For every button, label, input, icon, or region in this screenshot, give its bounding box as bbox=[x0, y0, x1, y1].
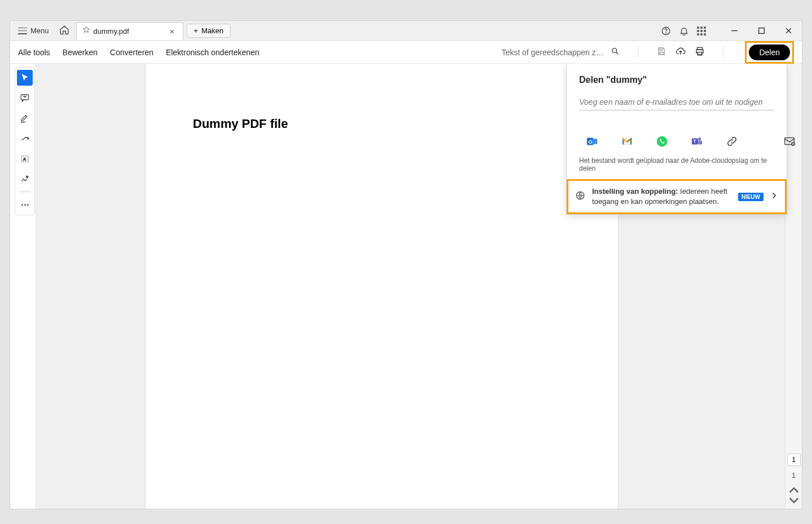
highlighter-icon bbox=[20, 113, 30, 123]
highlight-tool[interactable] bbox=[17, 110, 33, 126]
star-icon[interactable] bbox=[82, 26, 90, 36]
save-button[interactable] bbox=[656, 46, 667, 59]
share-teams[interactable]: T bbox=[691, 135, 703, 148]
svg-rect-12 bbox=[593, 139, 597, 144]
toolbar: Alle tools Bewerken Converteren Elektron… bbox=[10, 41, 802, 64]
page-number-input[interactable] bbox=[787, 454, 801, 466]
close-window-button[interactable] bbox=[777, 23, 800, 39]
menu-label: Menu bbox=[30, 26, 49, 35]
mail-attach-icon bbox=[783, 135, 796, 148]
search-placeholder: Tekst of gereedschappen zoe... bbox=[501, 48, 606, 57]
apps-icon bbox=[697, 26, 706, 35]
left-toolbar: A bbox=[15, 67, 35, 215]
svg-point-7 bbox=[28, 138, 29, 139]
help-button[interactable] bbox=[661, 26, 671, 36]
text-select-tool[interactable]: A bbox=[17, 151, 33, 167]
nav-sign[interactable]: Elektronisch ondertekenen bbox=[166, 48, 259, 57]
svg-rect-14 bbox=[630, 139, 632, 145]
home-button[interactable] bbox=[55, 23, 74, 39]
menu-icon bbox=[18, 28, 27, 34]
svg-point-15 bbox=[657, 136, 667, 146]
app-window: Menu dummy.pdf × + Maken Alle tools bbox=[10, 20, 802, 509]
print-button[interactable] bbox=[695, 46, 705, 59]
tab-title: dummy.pdf bbox=[94, 27, 164, 35]
create-button[interactable]: + Maken bbox=[187, 24, 231, 38]
share-button[interactable]: Delen bbox=[749, 45, 790, 60]
sign-tool[interactable] bbox=[17, 171, 33, 187]
gmail-icon bbox=[621, 135, 633, 148]
draw-icon bbox=[20, 134, 30, 144]
page-total: 1 bbox=[792, 466, 796, 485]
draw-tool[interactable] bbox=[17, 131, 33, 146]
share-outlook[interactable]: O bbox=[586, 135, 598, 148]
share-gmail[interactable] bbox=[621, 135, 633, 148]
titlebar-icons bbox=[661, 26, 723, 36]
tab-close-button[interactable]: × bbox=[167, 26, 177, 36]
share-panel-title: Delen "dummy" bbox=[579, 75, 774, 85]
text-box-icon: A bbox=[20, 154, 30, 164]
svg-rect-5 bbox=[698, 52, 703, 55]
teams-icon: T bbox=[691, 135, 703, 148]
link-icon bbox=[726, 135, 738, 148]
share-icons-row: O T bbox=[579, 135, 774, 157]
menu-button[interactable]: Menu bbox=[12, 24, 55, 37]
invite-input[interactable] bbox=[579, 94, 774, 110]
share-whatsapp[interactable] bbox=[656, 135, 668, 148]
svg-point-18 bbox=[698, 137, 701, 141]
comment-icon bbox=[20, 93, 30, 103]
window-controls bbox=[723, 23, 800, 39]
link-setting-button[interactable]: Instelling van koppeling: Iedereen heeft… bbox=[567, 179, 787, 214]
svg-text:O: O bbox=[589, 139, 593, 145]
svg-text:T: T bbox=[694, 139, 696, 144]
chevron-right-icon bbox=[770, 192, 778, 202]
link-setting-label: Instelling van koppeling: bbox=[592, 187, 678, 196]
svg-rect-19 bbox=[698, 140, 702, 144]
bell-button[interactable] bbox=[679, 26, 689, 36]
document-tab[interactable]: dummy.pdf × bbox=[76, 22, 183, 40]
page-down-button[interactable] bbox=[788, 495, 800, 505]
plus-icon: + bbox=[194, 26, 198, 35]
sign-icon bbox=[20, 174, 30, 184]
right-column: 1 bbox=[785, 64, 802, 509]
nav-all-tools[interactable]: Alle tools bbox=[18, 48, 50, 57]
new-badge: NIEUW bbox=[738, 193, 764, 201]
nav-convert[interactable]: Converteren bbox=[110, 48, 153, 57]
content-area: A Dummy PDF file 1 Delen "dumm bbox=[10, 64, 802, 509]
selection-tool[interactable] bbox=[17, 70, 33, 86]
document-heading: Dummy PDF file bbox=[193, 117, 571, 131]
cursor-icon bbox=[20, 73, 30, 83]
svg-point-3 bbox=[612, 48, 617, 52]
svg-point-1 bbox=[666, 33, 667, 33]
titlebar: Menu dummy.pdf × + Maken bbox=[10, 21, 802, 41]
minimize-button[interactable] bbox=[723, 23, 745, 39]
share-mail-attach[interactable] bbox=[783, 135, 796, 148]
pdf-page: Dummy PDF file bbox=[145, 64, 619, 509]
share-link[interactable] bbox=[726, 135, 738, 148]
create-label: Maken bbox=[201, 26, 223, 35]
whatsapp-icon bbox=[656, 135, 668, 148]
share-panel: Delen "dummy" O T bbox=[566, 64, 787, 215]
cloud-upload-button[interactable] bbox=[676, 46, 686, 59]
apps-button[interactable] bbox=[697, 26, 706, 35]
more-icon bbox=[21, 204, 29, 206]
nav-edit[interactable]: Bewerken bbox=[63, 48, 98, 57]
svg-text:A: A bbox=[23, 157, 26, 162]
svg-rect-2 bbox=[758, 28, 764, 34]
search-area[interactable]: Tekst of gereedschappen zoe... bbox=[501, 47, 620, 58]
comment-tool[interactable] bbox=[17, 90, 33, 106]
search-icon bbox=[611, 47, 620, 58]
outlook-icon: O bbox=[586, 135, 598, 148]
upload-note: Het bestand wordt geüpload naar de Adobe… bbox=[579, 157, 774, 172]
toolbar-right-icons bbox=[656, 46, 705, 59]
maximize-button[interactable] bbox=[750, 23, 773, 39]
share-button-highlight: Delen bbox=[745, 41, 794, 64]
more-tools[interactable] bbox=[17, 197, 33, 212]
home-icon bbox=[59, 25, 69, 35]
link-setting-text: Instelling van koppeling: Iedereen heeft… bbox=[592, 186, 731, 207]
globe-icon bbox=[575, 190, 585, 203]
